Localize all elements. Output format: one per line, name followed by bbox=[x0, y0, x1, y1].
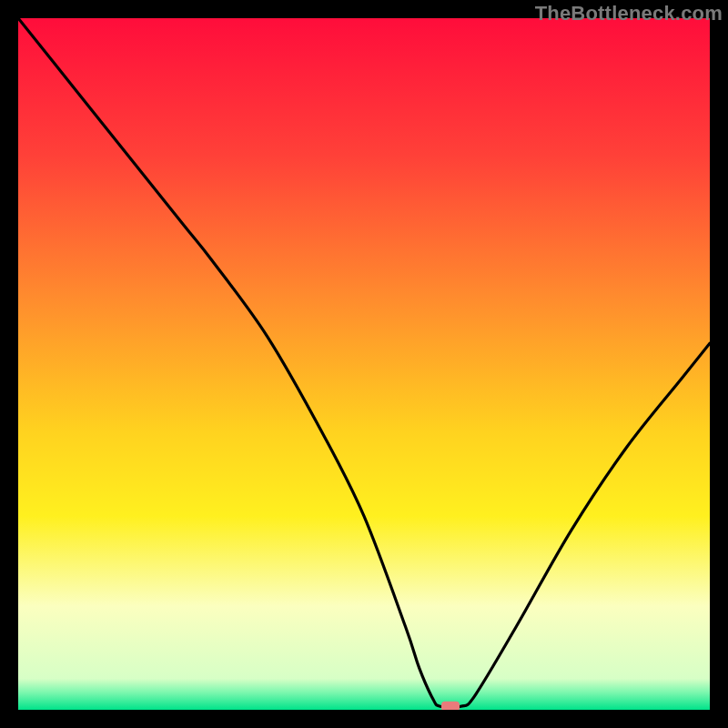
attribution-text: TheBottleneck.com bbox=[535, 2, 723, 25]
chart-frame: TheBottleneck.com bbox=[0, 0, 728, 728]
optimum-marker bbox=[441, 702, 460, 710]
gradient-background bbox=[18, 18, 710, 710]
plot-area bbox=[18, 18, 710, 710]
chart-svg bbox=[18, 18, 710, 710]
